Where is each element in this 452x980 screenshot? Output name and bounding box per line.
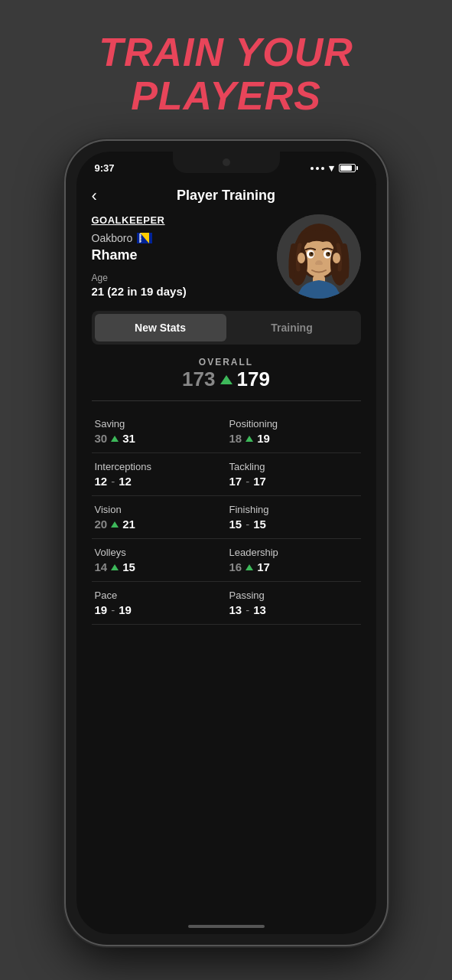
stat-values: 12 - 12 bbox=[95, 475, 223, 488]
stat-name: Vision bbox=[95, 504, 223, 515]
stat-values: 30 31 bbox=[95, 432, 223, 445]
overall-new: 179 bbox=[237, 368, 270, 391]
stat-arrow-up bbox=[246, 564, 253, 570]
overall-section: OVERALL 173 179 bbox=[92, 357, 361, 391]
stat-arrow-up bbox=[246, 436, 253, 442]
stat-values: 19 - 19 bbox=[95, 603, 223, 616]
stat-cell: Volleys14 15 bbox=[92, 539, 226, 582]
player-position: GOALKEEPER bbox=[92, 214, 277, 226]
battery-icon bbox=[339, 164, 358, 172]
stat-new: 31 bbox=[122, 432, 135, 445]
stat-dash: - bbox=[111, 475, 115, 488]
status-icons: ▾ bbox=[311, 162, 358, 174]
phone-shell: 9:37 ▾ bbox=[66, 141, 387, 945]
svg-point-3 bbox=[140, 234, 141, 235]
signal-dots bbox=[311, 167, 324, 170]
overall-old: 173 bbox=[182, 368, 215, 391]
stat-old: 18 bbox=[229, 432, 242, 445]
phone-screen: 9:37 ▾ bbox=[76, 152, 376, 934]
svg-point-18 bbox=[309, 252, 314, 256]
wifi-icon: ▾ bbox=[329, 162, 334, 174]
avatar-svg bbox=[277, 214, 361, 299]
stat-values: 17 - 17 bbox=[229, 475, 358, 488]
stat-cell: Interceptions12 - 12 bbox=[92, 453, 226, 496]
svg-point-5 bbox=[140, 237, 141, 238]
svg-point-15 bbox=[333, 253, 340, 263]
svg-point-7 bbox=[140, 240, 141, 241]
stat-name: Finishing bbox=[229, 504, 358, 515]
stat-name: Pace bbox=[95, 590, 223, 601]
tab-bar: New Stats Training bbox=[92, 311, 361, 345]
player-info: GOALKEEPER Oakboro bbox=[92, 214, 277, 298]
svg-point-8 bbox=[140, 241, 141, 243]
app-content: ‹ Player Training GOALKEEPER Oakboro bbox=[76, 180, 376, 625]
stat-values: 13 - 13 bbox=[229, 603, 358, 616]
back-button[interactable]: ‹ bbox=[92, 186, 97, 206]
stat-cell: Saving30 31 bbox=[92, 410, 226, 453]
stat-arrow-up bbox=[111, 564, 119, 570]
stat-old: 16 bbox=[229, 560, 242, 573]
stat-new: 15 bbox=[253, 518, 266, 531]
svg-point-23 bbox=[315, 262, 318, 265]
stat-arrow-up bbox=[111, 436, 119, 442]
svg-point-24 bbox=[320, 262, 323, 265]
stat-old: 12 bbox=[95, 475, 108, 488]
page-title: Player Training bbox=[177, 188, 275, 204]
stat-values: 18 19 bbox=[229, 432, 358, 445]
stat-old: 13 bbox=[229, 603, 242, 616]
stat-new: 17 bbox=[253, 475, 266, 488]
stat-dash: - bbox=[111, 603, 115, 616]
stat-new: 19 bbox=[257, 432, 270, 445]
player-club-row: Oakboro bbox=[92, 232, 277, 244]
stat-old: 30 bbox=[95, 432, 108, 445]
stat-new: 19 bbox=[119, 603, 132, 616]
stat-dash: - bbox=[246, 475, 249, 488]
player-section: GOALKEEPER Oakboro bbox=[92, 214, 361, 299]
svg-point-11 bbox=[302, 237, 336, 277]
stat-old: 17 bbox=[229, 475, 242, 488]
stat-cell: Passing13 - 13 bbox=[226, 582, 361, 625]
stat-cell: Vision20 21 bbox=[92, 496, 226, 539]
player-avatar bbox=[277, 214, 361, 299]
stat-name: Volleys bbox=[95, 547, 223, 558]
stat-name: Interceptions bbox=[95, 461, 223, 472]
stat-arrow-up bbox=[111, 521, 119, 528]
stat-values: 15 - 15 bbox=[229, 518, 358, 531]
stat-cell: Finishing15 - 15 bbox=[226, 496, 361, 539]
stat-name: Saving bbox=[95, 418, 223, 430]
stat-cell: Positioning18 19 bbox=[226, 410, 361, 453]
stat-cell: Leadership16 17 bbox=[226, 539, 361, 582]
main-headline: TRAIN YOUR PLAYERS bbox=[99, 31, 353, 118]
home-indicator bbox=[188, 925, 265, 928]
page-header: ‹ Player Training bbox=[92, 180, 361, 214]
stat-new: 15 bbox=[122, 560, 135, 573]
svg-point-4 bbox=[140, 235, 141, 237]
stat-name: Leadership bbox=[229, 547, 358, 558]
svg-point-19 bbox=[326, 252, 330, 256]
tab-new-stats[interactable]: New Stats bbox=[95, 314, 226, 341]
stat-old: 19 bbox=[95, 603, 108, 616]
svg-point-14 bbox=[298, 253, 305, 263]
stat-old: 14 bbox=[95, 560, 108, 573]
tab-training[interactable]: Training bbox=[226, 314, 358, 341]
overall-label: OVERALL bbox=[92, 357, 361, 368]
stat-values: 16 17 bbox=[229, 560, 358, 573]
stats-grid: Saving30 31Positioning18 19Interceptions… bbox=[92, 410, 361, 625]
divider bbox=[92, 400, 361, 401]
status-time: 9:37 bbox=[95, 162, 115, 174]
stat-values: 14 15 bbox=[95, 560, 223, 573]
stat-values: 20 21 bbox=[95, 518, 223, 531]
camera-dot bbox=[223, 158, 230, 166]
club-name: Oakboro bbox=[92, 232, 133, 244]
notch bbox=[173, 152, 280, 173]
age-value: 21 (22 in 19 days) bbox=[92, 285, 277, 298]
stat-dash: - bbox=[246, 603, 249, 616]
overall-values: 173 179 bbox=[92, 368, 361, 391]
stat-old: 20 bbox=[95, 518, 108, 531]
svg-point-6 bbox=[140, 238, 141, 240]
stat-name: Passing bbox=[229, 590, 358, 601]
stat-new: 17 bbox=[257, 560, 270, 573]
age-label: Age bbox=[92, 273, 277, 283]
stat-name: Positioning bbox=[229, 418, 358, 430]
stat-old: 15 bbox=[229, 518, 242, 531]
